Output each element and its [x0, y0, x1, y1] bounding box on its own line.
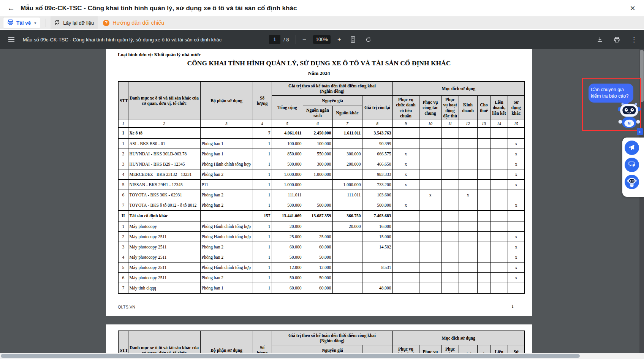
col-department: Bộ phận sử dụng — [200, 81, 253, 120]
table-row: 4Máy photocopy 2511Phòng ban 2150.00050.… — [118, 252, 525, 263]
window-title: Mẫu số 09c-CK-TSC - Công khai tình hình … — [21, 5, 297, 12]
col-stt: STT — [118, 81, 128, 120]
app-window: ← Mẫu số 09c-CK-TSC - Công khai tình hìn… — [0, 0, 644, 359]
chat-bubble-text: Cần chuyên gia kiểm tra báo cáo? — [591, 87, 631, 100]
col-group-value: Giá trị theo sổ kế toán đến thời điểm cô… — [272, 331, 392, 345]
close-icon: ✕ — [630, 4, 635, 13]
col-purpose-4: Kinh doanh — [459, 96, 477, 120]
column-number-row: 12 34 56 78 910 1112 1314 15 — [118, 120, 525, 128]
download-icon[interactable] — [595, 35, 605, 44]
printer-icon — [7, 19, 14, 27]
page-count: / 8 — [283, 37, 289, 43]
toolbar-divider — [46, 19, 46, 27]
table-row: 3Máy photocopy 2511Phòng ban 2160.00060.… — [118, 242, 525, 252]
page-controls: / 8 — [269, 35, 300, 44]
col-purpose-2: Phục vụ công tác chung — [419, 96, 441, 120]
col-purpose-5: Cho thuê — [477, 96, 491, 120]
page-footer: QLTS.VN 1 — [118, 304, 523, 309]
table-row: 6Máy photocopy 2511Phòng ban 2150.00050.… — [118, 273, 525, 283]
col-remaining: Giá trị còn lại — [362, 96, 392, 120]
asset-table-wrap: STT Danh mục xe ô tô và tài sản khác của… — [118, 81, 520, 294]
print-icon[interactable] — [612, 35, 622, 44]
col-quantity: Số lượng — [253, 81, 272, 120]
more-options-icon[interactable]: ⋮ — [628, 36, 639, 44]
guide-label: Hướng dẫn đối chiếu — [112, 20, 164, 26]
svg-text:M: M — [628, 122, 630, 125]
col-purpose-6: Liên doanh, liên kết — [491, 96, 508, 120]
col-budget-source: Nguồn ngân sách — [303, 106, 332, 120]
col-group-purpose: Mục đích sử dụng — [392, 331, 525, 345]
asset-table-header: STT Danh mục xe ô tô và tài sản khác của… — [118, 81, 525, 128]
pdf-document-title: Mẫu số 09c-CK-TSC - Công khai tình hình … — [23, 37, 236, 43]
window-title-bar: ← Mẫu số 09c-CK-TSC - Công khai tình hìn… — [0, 0, 644, 17]
fit-page-icon[interactable] — [348, 35, 358, 44]
table-row: 5NISSAN - BKS 29H1 - 12345P1111.000.0001… — [118, 180, 525, 190]
reload-label: Lấy lại dữ liệu — [63, 20, 94, 26]
menu-icon[interactable] — [5, 33, 18, 46]
table-row: 5Máy photocopy 2511Phòng Hành chính tổng… — [118, 263, 525, 273]
table-row: 3HUYNDAI - BKS B29 - 12345Phòng Hành chí… — [118, 159, 525, 169]
col-total: Tổng cộng — [272, 96, 303, 120]
floating-button-panel — [622, 138, 644, 197]
section-row: IXe ô tô74.061.0112.450.0001.611.0113.54… — [118, 128, 525, 138]
table-row: 2Máy photocopy 2511Phòng Hành chính tổng… — [118, 232, 525, 242]
col-group-value: Giá trị theo sổ kế toán đến thời điểm cô… — [272, 81, 392, 96]
action-toolbar: Tải về ▾ Lấy lại dữ liệu ? Hướng dẫn đối… — [0, 16, 644, 29]
col-original-price: Nguyên giá — [303, 96, 362, 106]
pdf-viewport: Loại hình đơn vị: Khối quản lý nhà nước … — [0, 49, 644, 359]
download-report-button[interactable]: Tải về ▾ — [3, 17, 40, 28]
table-row: 7TOYOTA - BKS ô tô 8012 - ô tô 8012Phòng… — [118, 200, 525, 211]
document-title: CÔNG KHAI TÌNH HÌNH QUẢN LÝ, SỬ DỤNG XE … — [118, 59, 520, 67]
pdf-toolbar-right: ⋮ — [595, 35, 639, 44]
caret-down-icon[interactable]: ▾ — [34, 21, 36, 25]
asset-table: STT Danh mục xe ô tô và tài sản khác của… — [118, 81, 525, 294]
table-row: 7Máy tính clqqqPhòng ban 1160.00060.0004… — [118, 283, 525, 294]
announcement-button[interactable] — [625, 141, 639, 155]
back-arrow-icon: ← — [7, 4, 15, 13]
col-purpose-3: Phục vụ hoạt động đặc thù — [441, 96, 459, 120]
section-row: IITài sản cố định khác15713.441.06913.68… — [118, 210, 525, 221]
back-button[interactable]: ← — [5, 2, 17, 15]
footer-brand: QLTS.VN — [118, 305, 135, 309]
document-year: Năm 2024 — [118, 70, 520, 76]
megaphone-icon — [628, 144, 636, 152]
col-purpose-1: Phục vụ chức danh có tiêu chuẩn — [392, 96, 419, 120]
col-purpose-7: Sử dụng khác — [508, 96, 525, 120]
table-row: 6TOYOTA - BKS 30K - 02931Phòng ban 21111… — [118, 190, 525, 200]
view-controls — [348, 35, 373, 44]
robot-mascot[interactable]: M — [617, 100, 641, 131]
assistant-robot-button[interactable] — [625, 175, 639, 189]
col-category: Danh mục xe ô tô và tài sản khác của cơ … — [128, 81, 200, 120]
page-number: 1 — [511, 304, 523, 309]
page-number-input[interactable] — [269, 35, 280, 44]
chat-button[interactable] — [625, 158, 639, 172]
help-icon: ? — [103, 20, 109, 26]
zoom-in-button[interactable]: + — [334, 35, 344, 44]
col-other-source: Nguồn khác — [332, 106, 362, 120]
rotate-icon[interactable] — [363, 35, 373, 44]
horizontal-scrollbar[interactable] — [0, 353, 644, 359]
collapse-widget-tab[interactable]: › — [637, 128, 643, 135]
unit-type-line: Loại hình đơn vị: Khối quản lý nhà nước — [118, 52, 520, 58]
chat-icon — [628, 160, 636, 169]
zoom-level: 100% — [313, 35, 331, 44]
horizontal-scrollbar-thumb[interactable] — [1, 354, 580, 358]
close-button[interactable]: ✕ — [628, 4, 637, 13]
download-label: Tải về — [16, 20, 31, 26]
asset-table-body: IXe ô tô74.061.0112.450.0001.611.0113.54… — [118, 128, 525, 293]
refresh-icon — [54, 19, 60, 27]
guide-link[interactable]: ? Hướng dẫn đối chiếu — [98, 20, 169, 26]
col-group-purpose: Mục đích sử dụng — [392, 81, 525, 96]
table-row: 4MERCEDEZ - BKS 23132 - 13231Phòng ban 2… — [118, 169, 525, 180]
pdf-page-1: Loại hình đơn vị: Khối quản lý nhà nước … — [106, 49, 532, 316]
chevron-right-icon: › — [639, 129, 641, 134]
reload-data-button[interactable]: Lấy lại dữ liệu — [51, 16, 98, 29]
robot-icon — [626, 176, 638, 188]
zoom-out-button[interactable]: − — [299, 35, 309, 44]
zoom-controls: − 100% + — [299, 35, 356, 44]
toolbar-divider — [296, 35, 296, 44]
table-row: 1ASI - BKS BS0 - 01Phòng ban 11100.00010… — [118, 138, 525, 149]
pdf-toolbar: Mẫu số 09c-CK-TSC - Công khai tình hình … — [0, 30, 644, 49]
table-row: 1Máy photocopyPhòng Hành chính tổng hợp1… — [118, 221, 525, 232]
table-row: 2HUYNDAI - BKS 30LD-963.78Phòng ban 1185… — [118, 149, 525, 159]
